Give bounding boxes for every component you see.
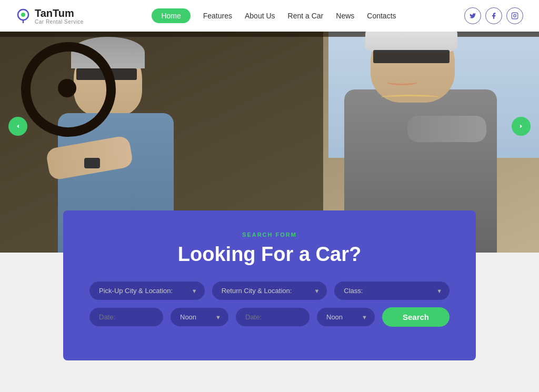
class-select[interactable]: Class: Economy Luxury SUV Van <box>334 282 450 300</box>
date2-input[interactable] <box>236 308 310 326</box>
svg-point-5 <box>516 14 517 14</box>
noon1-select[interactable]: Noon Morning Afternoon Evening <box>171 308 228 326</box>
main-nav: Home Features About Us Rent a Car News C… <box>152 8 396 23</box>
svg-rect-3 <box>512 13 518 19</box>
logo-area: TanTum Car Rental Service <box>16 7 84 25</box>
svg-point-4 <box>514 15 516 17</box>
facebook-button[interactable] <box>485 7 502 24</box>
social-icons <box>464 7 523 24</box>
class-select-wrap: Class: Economy Luxury SUV Van ▼ <box>334 282 450 300</box>
logo-text: TanTum Car Rental Service <box>35 7 84 25</box>
search-section-label: SEARCH FORM <box>89 232 450 238</box>
search-title: Looking For a Car? <box>89 243 450 266</box>
nav-features[interactable]: Features <box>203 12 232 20</box>
hero-next-button[interactable] <box>512 117 531 136</box>
nav-contacts[interactable]: Contacts <box>367 12 396 20</box>
search-section: SEARCH FORM Looking For a Car? Pick-Up C… <box>63 210 476 360</box>
pickup-select[interactable]: Pick-Up City & Location: New York Los An… <box>89 282 205 300</box>
instagram-button[interactable] <box>506 7 523 24</box>
date1-input[interactable] <box>89 308 163 326</box>
nav-home[interactable]: Home <box>152 8 190 23</box>
pickup-select-wrap: Pick-Up City & Location: New York Los An… <box>89 282 205 300</box>
nav-rent[interactable]: Rent a Car <box>288 12 324 20</box>
return-select-wrap: Return City & Location: New York Los Ang… <box>212 282 327 300</box>
nav-news[interactable]: News <box>336 12 354 20</box>
nav-about[interactable]: About Us <box>245 12 275 20</box>
logo-icon <box>16 8 31 23</box>
brand-sub: Car Rental Service <box>35 19 84 25</box>
header: TanTum Car Rental Service Home Features … <box>0 0 539 32</box>
svg-point-1 <box>21 13 25 17</box>
return-select[interactable]: Return City & Location: New York Los Ang… <box>212 282 327 300</box>
search-row-1: Pick-Up City & Location: New York Los An… <box>89 282 450 300</box>
hero-prev-button[interactable] <box>8 117 27 136</box>
search-row-2: Noon Morning Afternoon Evening ▼ Noon Mo… <box>89 307 450 327</box>
twitter-button[interactable] <box>464 7 481 24</box>
noon2-select[interactable]: Noon Morning Afternoon Evening <box>317 308 375 326</box>
brand-name: TanTum <box>35 7 84 19</box>
search-button[interactable]: Search <box>382 307 450 327</box>
noon1-select-wrap: Noon Morning Afternoon Evening ▼ <box>171 308 228 326</box>
steering-wheel-center <box>58 79 76 97</box>
noon2-select-wrap: Noon Morning Afternoon Evening ▼ <box>317 308 375 326</box>
